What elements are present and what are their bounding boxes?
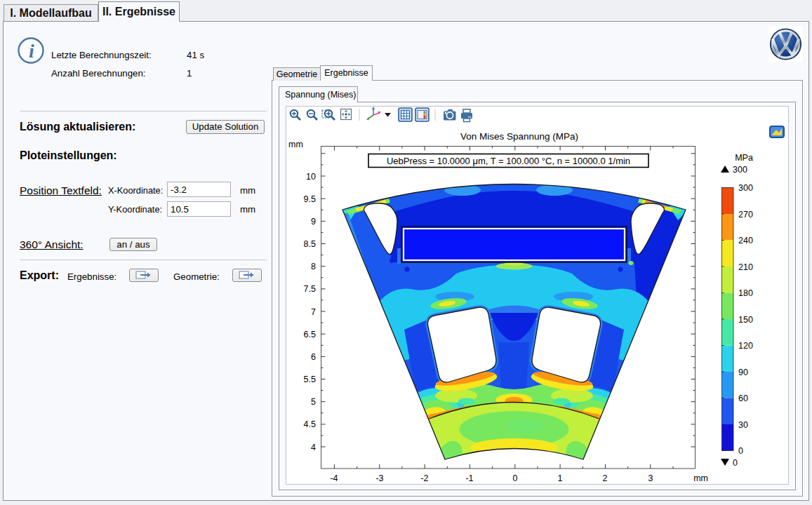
svg-text:90: 90 [738, 368, 748, 377]
svg-text:5: 5 [311, 397, 316, 407]
svg-text:-1: -1 [465, 473, 473, 483]
svg-text:300: 300 [733, 165, 747, 175]
svg-text:9: 9 [311, 217, 316, 227]
svg-text:150: 150 [738, 315, 753, 325]
svg-text:6.5: 6.5 [304, 330, 316, 339]
svg-text:240: 240 [738, 236, 753, 245]
svg-text:7.5: 7.5 [304, 284, 316, 294]
svg-text:Von Mises Spannung (MPa): Von Mises Spannung (MPa) [460, 131, 578, 142]
svg-text:4: 4 [311, 443, 316, 452]
svg-text:-2: -2 [420, 473, 428, 483]
svg-text:120: 120 [738, 341, 753, 351]
svg-text:UebPress = 10.0000 μm, T = 100: UebPress = 10.0000 μm, T = 100.000 °C, n… [387, 156, 630, 166]
svg-text:270: 270 [738, 210, 753, 220]
svg-text:60: 60 [738, 393, 748, 403]
svg-text:mm: mm [693, 473, 708, 483]
svg-text:-3: -3 [375, 473, 383, 483]
svg-text:7: 7 [311, 307, 316, 317]
svg-text:8.5: 8.5 [304, 239, 316, 249]
svg-text:mm: mm [288, 140, 303, 149]
svg-text:9.5: 9.5 [304, 194, 316, 204]
svg-text:0: 0 [513, 473, 518, 483]
svg-text:0: 0 [733, 458, 738, 468]
svg-text:10: 10 [306, 172, 316, 182]
svg-text:180: 180 [738, 288, 753, 298]
svg-text:i: i [29, 40, 34, 62]
svg-text:-4: -4 [330, 473, 338, 483]
svg-text:30: 30 [738, 420, 748, 430]
svg-text:1: 1 [558, 473, 563, 483]
svg-text:6: 6 [311, 352, 316, 362]
svg-text:3: 3 [648, 473, 653, 483]
svg-text:300: 300 [738, 183, 753, 193]
svg-text:2: 2 [603, 473, 608, 483]
svg-text:0: 0 [738, 446, 743, 456]
svg-text:210: 210 [738, 262, 753, 272]
svg-text:MPa: MPa [735, 153, 753, 163]
svg-text:5.5: 5.5 [304, 375, 316, 384]
svg-text:8: 8 [311, 262, 316, 271]
svg-text:4.5: 4.5 [304, 419, 316, 429]
